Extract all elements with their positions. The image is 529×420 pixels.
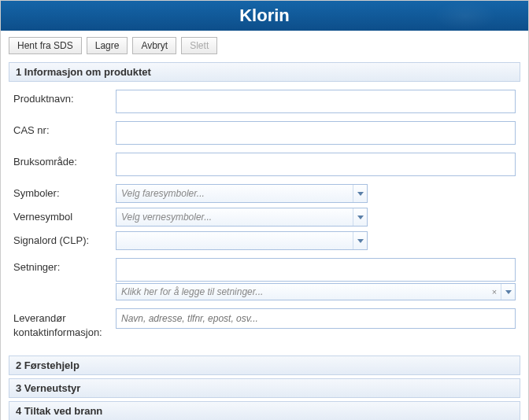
setninger-add-dropdown[interactable]: Klikk her for å legge til setninger... × [116,283,516,300]
hent-fra-sds-button[interactable]: Hent fra SDS [9,37,82,54]
clear-icon[interactable]: × [488,287,501,297]
section-3-header[interactable]: 3 Verneutstyr [9,378,520,398]
bruksomrade-input[interactable] [116,153,516,176]
slett-button[interactable]: Slett [181,37,217,54]
chevron-down-icon [353,232,367,249]
leverandor-label: Leverandør kontaktinformasjon: [13,308,116,340]
setninger-textarea[interactable] [116,258,516,282]
leverandor-input[interactable] [116,308,516,329]
casnr-label: CAS nr: [13,121,116,136]
casnr-input[interactable] [116,121,516,145]
avbryt-button[interactable]: Avbryt [132,37,176,54]
vernesymbol-dropdown[interactable]: Velg vernesymboler... [116,208,368,227]
window-header: Klorin [1,1,528,31]
chevron-down-icon [353,185,367,202]
vernesymbol-placeholder: Velg vernesymboler... [117,212,353,223]
section-1-body: Produktnavn: CAS nr: Bruksområde: Symbol… [9,82,520,352]
toolbar: Hent fra SDS Lagre Avbryt Slett [1,31,528,59]
setninger-label: Setninger: [13,258,116,273]
lagre-button[interactable]: Lagre [87,37,128,54]
main-window: Klorin Hent fra SDS Lagre Avbryt Slett 1… [0,0,529,420]
section-2-header[interactable]: 2 Førstehjelp [9,356,520,375]
vernesymbol-label: Vernesymbol [13,208,116,223]
symboler-dropdown[interactable]: Velg faresymboler... [116,184,368,203]
section-1-header[interactable]: 1 Informasjon om produktet [9,62,520,82]
setninger-add-placeholder: Klikk her for å legge til setninger... [117,286,488,297]
produktnavn-label: Produktnavn: [13,90,116,105]
symboler-placeholder: Velg faresymboler... [117,188,353,199]
signalord-label: Signalord (CLP): [13,231,116,246]
chevron-down-icon [353,208,367,226]
signalord-dropdown[interactable] [116,231,368,250]
window-title: Klorin [239,6,290,25]
section-4-header[interactable]: 4 Tiltak ved brann [9,401,520,420]
produktnavn-input[interactable] [116,90,516,113]
content-area: 1 Informasjon om produktet Produktnavn: … [1,62,528,420]
symboler-label: Symboler: [13,184,116,199]
chevron-down-icon [501,284,515,300]
bruksomrade-label: Bruksområde: [13,153,116,168]
